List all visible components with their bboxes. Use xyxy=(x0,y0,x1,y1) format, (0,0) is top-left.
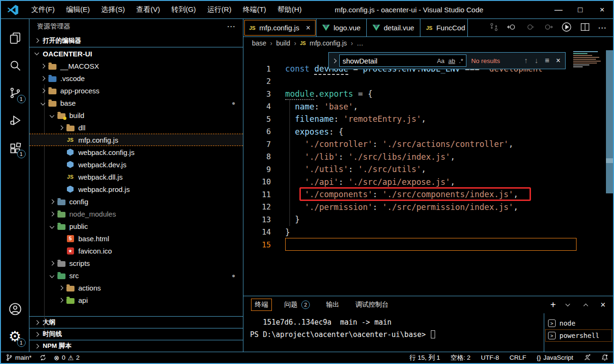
tree-item-webpack-prod-js[interactable]: webpack.prod.js xyxy=(29,183,243,195)
source-control-icon[interactable]: 1 xyxy=(4,81,27,105)
tree-item-src[interactable]: src● xyxy=(29,269,243,282)
breadcrumb-item[interactable]: … xyxy=(357,39,363,47)
find-input[interactable]: showDetail Aa ab .* xyxy=(339,55,466,67)
menu-item[interactable]: 选择(S) xyxy=(95,1,130,18)
tree-item-mfp-config-js[interactable]: JSmfp.config.js xyxy=(29,134,243,146)
line-number[interactable]: 2 xyxy=(243,77,285,86)
tree-item-webpack-dll-js[interactable]: JSwebpack.dll.js xyxy=(29,171,243,183)
breadcrumb-item[interactable]: mfp.config.js xyxy=(310,39,347,47)
git-branch-item[interactable]: main* xyxy=(6,354,32,361)
line-number[interactable]: 1 xyxy=(243,64,285,73)
previous-match-icon[interactable]: ↑ xyxy=(524,56,528,65)
line-number[interactable]: 11 xyxy=(243,190,285,199)
sidebar-more-icon[interactable]: ⋯ xyxy=(227,21,235,32)
terminal-dropdown-icon[interactable] xyxy=(566,302,570,307)
problems-item[interactable]: ⊗ 0 ⚠ 2 xyxy=(54,354,80,361)
menu-item[interactable]: 文件(F) xyxy=(26,1,60,18)
tab-detail-vue[interactable]: detail.vue xyxy=(367,19,420,36)
tree-item-node-modules[interactable]: node_modules xyxy=(29,208,243,220)
more-actions-icon[interactable]: ⋯ xyxy=(598,23,606,33)
search-icon[interactable] xyxy=(4,53,27,78)
menu-item[interactable]: 查看(V) xyxy=(130,1,166,18)
outline-section[interactable]: 大纲 xyxy=(29,316,243,328)
line-number[interactable]: 8 xyxy=(243,152,285,161)
menu-item[interactable]: 运行(R) xyxy=(202,1,237,18)
line-number[interactable]: 9 xyxy=(243,165,285,174)
breadcrumb-item[interactable]: base xyxy=(252,39,266,47)
tab-close-icon[interactable]: × xyxy=(306,24,310,32)
menu-item[interactable]: 转到(G) xyxy=(166,1,202,18)
compare-changes-icon[interactable] xyxy=(489,22,499,34)
explorer-icon[interactable] xyxy=(4,26,27,50)
eol-item[interactable]: CRLF xyxy=(510,354,526,361)
settings-gear-icon[interactable]: ⚙ 1 xyxy=(4,324,27,349)
terminal-instance-powershell[interactable]: >powershell xyxy=(545,329,612,342)
close-find-icon[interactable]: × xyxy=(556,56,560,65)
extensions-icon[interactable]: 1 xyxy=(4,136,27,160)
tab-output[interactable]: 输出 xyxy=(322,299,343,311)
breadcrumb-item[interactable]: build xyxy=(276,39,290,47)
tree-item--macosx[interactable]: __MACOSX xyxy=(29,60,243,72)
tree-item-api[interactable]: api xyxy=(29,294,243,306)
line-number[interactable]: 7 xyxy=(243,140,285,149)
feedback-icon[interactable] xyxy=(584,354,591,361)
tree-item-public[interactable]: public xyxy=(29,220,243,232)
match-case-icon[interactable]: Aa xyxy=(437,57,445,64)
tree-item-base[interactable]: base● xyxy=(29,97,243,109)
terminal-output[interactable]: 151e7d6..134ec9a main -> mainPS D:\aproj… xyxy=(243,313,544,352)
line-number[interactable]: 3 xyxy=(243,90,285,99)
code-editor[interactable]: 1const devMode = process.env.NODE_ENV ==… xyxy=(243,49,613,296)
find-query-text[interactable]: showDetail xyxy=(343,57,433,65)
step-over-icon[interactable] xyxy=(543,22,553,34)
tree-item-webpack-config-js[interactable]: webpack.config.js xyxy=(29,146,243,158)
tree-item--vscode[interactable]: .vscode xyxy=(29,72,243,84)
new-terminal-icon[interactable]: + xyxy=(550,300,556,309)
tree-item-build[interactable]: build xyxy=(29,109,243,121)
minimize-button[interactable]: — xyxy=(548,1,569,18)
timeline-section[interactable]: 时间线 xyxy=(29,328,243,340)
run-debug-icon[interactable] xyxy=(4,108,27,133)
notifications-bell-icon[interactable] xyxy=(601,354,608,361)
whole-word-icon[interactable]: ab xyxy=(448,57,455,64)
tab-logo-vue[interactable]: logo.vue xyxy=(316,19,367,36)
find-in-selection-icon[interactable]: ≡ xyxy=(545,56,549,65)
line-number[interactable]: 6 xyxy=(243,127,285,136)
close-panel-icon[interactable]: × xyxy=(600,300,605,310)
menu-item[interactable]: 编辑(E) xyxy=(60,1,95,18)
tab-terminal[interactable]: 终端 xyxy=(251,299,272,311)
workspace-root[interactable]: OACENTER-UI xyxy=(29,47,243,60)
tree-item-webpack-dev-js[interactable]: webpack.dev.js xyxy=(29,158,243,171)
regex-icon[interactable]: .* xyxy=(459,57,463,64)
tab-funccod[interactable]: JS FuncCod xyxy=(420,19,468,36)
menu-item[interactable]: 终端(T) xyxy=(237,1,272,18)
cursor-position-item[interactable]: 行 15, 列 1 xyxy=(409,354,440,362)
tree-item-favicon-ico[interactable]: ★favicon.ico xyxy=(29,245,243,257)
tree-item-dll[interactable]: dll xyxy=(29,121,243,134)
line-number[interactable]: 4 xyxy=(243,102,285,111)
account-icon[interactable] xyxy=(4,297,27,321)
maximize-button[interactable]: □ xyxy=(569,1,591,18)
tree-item-base-html[interactable]: 5base.html xyxy=(29,232,243,245)
reverse-continue-icon[interactable] xyxy=(525,22,535,34)
language-mode-item[interactable]: {}JavaScript xyxy=(537,354,573,361)
next-match-icon[interactable]: ↓ xyxy=(534,56,538,65)
minimap[interactable] xyxy=(572,50,603,69)
vertical-scrollbar[interactable] xyxy=(606,50,613,193)
open-editors-section[interactable]: 打开的编辑器 xyxy=(29,34,243,47)
line-number[interactable]: 13 xyxy=(243,215,285,224)
maximize-panel-icon[interactable] xyxy=(584,303,588,308)
tab-problems[interactable]: 问题 2 xyxy=(280,299,314,311)
tree-item-actions[interactable]: actions xyxy=(29,282,243,294)
line-number[interactable]: 5 xyxy=(243,115,285,124)
encoding-item[interactable]: UTF-8 xyxy=(481,354,499,361)
line-number[interactable]: 14 xyxy=(243,228,285,237)
sync-changes-item[interactable] xyxy=(39,354,47,361)
tab-mfp-config[interactable]: JS mfp.config.js × xyxy=(243,19,316,36)
split-editor-icon[interactable] xyxy=(580,22,590,34)
tree-item-app-process[interactable]: app-process xyxy=(29,84,243,97)
tree-item-scripts[interactable]: scripts xyxy=(29,257,243,269)
find-expand-icon[interactable] xyxy=(329,59,339,63)
tree-item-config[interactable]: config xyxy=(29,195,243,208)
line-number[interactable]: 10 xyxy=(243,177,285,186)
run-debug-circle-icon[interactable] xyxy=(561,21,572,35)
